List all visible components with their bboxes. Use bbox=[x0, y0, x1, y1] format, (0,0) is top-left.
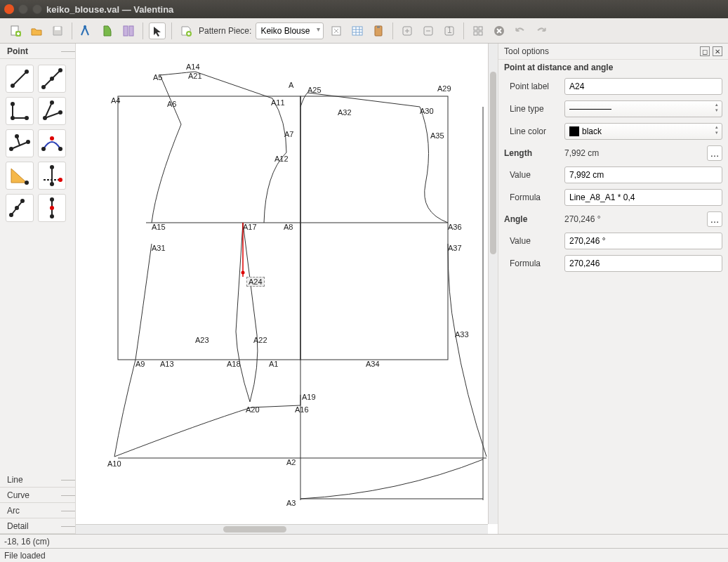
zoom-fit-button[interactable] bbox=[470, 22, 487, 39]
normal-tool[interactable] bbox=[6, 129, 34, 157]
segment-tool[interactable] bbox=[6, 65, 34, 93]
angle-expand-button[interactable]: … bbox=[707, 211, 722, 227]
shoulder-tool[interactable] bbox=[38, 129, 66, 157]
layout-mode-button[interactable] bbox=[120, 22, 137, 39]
point-label-A24[interactable]: A24 bbox=[246, 277, 265, 287]
point-label-A37[interactable]: A37 bbox=[448, 244, 462, 252]
point-label-A17[interactable]: A17 bbox=[243, 223, 257, 231]
angle-bisector-tool[interactable] bbox=[38, 97, 66, 125]
svg-rect-72 bbox=[300, 96, 448, 360]
minimize-icon[interactable] bbox=[18, 4, 28, 14]
point-label-A30[interactable]: A30 bbox=[420, 107, 434, 115]
stop-button[interactable] bbox=[491, 22, 508, 39]
point-label-A10[interactable]: A10 bbox=[107, 459, 121, 468]
point-label-A36[interactable]: A36 bbox=[448, 223, 462, 231]
redo-button[interactable] bbox=[533, 22, 550, 39]
tab-curve[interactable]: Curve bbox=[0, 488, 75, 503]
svg-point-36 bbox=[41, 85, 46, 89]
point-label-A4[interactable]: A4 bbox=[111, 96, 120, 105]
zoom-out-button[interactable] bbox=[420, 22, 437, 39]
draw-mode-button[interactable] bbox=[78, 22, 95, 39]
length-formula-input[interactable] bbox=[564, 189, 722, 206]
tool-name: Point at distance and angle bbox=[498, 59, 728, 75]
intersection-tool[interactable] bbox=[38, 162, 66, 190]
triangle-tool[interactable] bbox=[6, 162, 34, 190]
point-label-A29[interactable]: A29 bbox=[437, 84, 451, 93]
new-pattern-piece-button[interactable] bbox=[178, 22, 194, 39]
point-label-A23[interactable]: A23 bbox=[195, 336, 209, 344]
point-label-A18[interactable]: A18 bbox=[227, 360, 241, 368]
angle-display: 270,246 ° bbox=[564, 214, 703, 224]
angle-value-input[interactable] bbox=[564, 233, 722, 249]
svg-point-53 bbox=[15, 134, 19, 138]
zoom-original-button[interactable]: 1 bbox=[441, 22, 458, 39]
line-color-select[interactable]: black bbox=[564, 123, 722, 140]
point-label-A15[interactable]: A15 bbox=[152, 223, 166, 231]
length-expand-button[interactable]: … bbox=[707, 145, 722, 161]
point-label-A12[interactable]: A12 bbox=[274, 155, 289, 163]
point-label-A7[interactable]: A7 bbox=[284, 130, 293, 138]
along-line-tool[interactable] bbox=[38, 65, 66, 93]
svg-rect-6 bbox=[129, 26, 133, 36]
point-label-A5[interactable]: A5 bbox=[153, 73, 162, 81]
save-file-button[interactable] bbox=[49, 22, 66, 39]
point-label-A16[interactable]: A16 bbox=[295, 405, 309, 414]
point-label-A2[interactable]: A2 bbox=[286, 458, 296, 466]
svg-rect-27 bbox=[474, 32, 477, 35]
point-axis-tool[interactable] bbox=[38, 194, 66, 222]
tab-arc[interactable]: Arc bbox=[0, 503, 75, 518]
undo-button[interactable] bbox=[512, 22, 529, 39]
tab-detail[interactable]: Detail bbox=[0, 518, 75, 534]
point-label-A6[interactable]: A6 bbox=[167, 100, 176, 108]
point-label-A9[interactable]: A9 bbox=[135, 360, 145, 368]
point-label-A33[interactable]: A33 bbox=[455, 330, 469, 339]
pattern-piece-select[interactable]: Keiko Blouse bbox=[256, 22, 324, 39]
close-panel-icon[interactable]: ✕ bbox=[713, 46, 722, 56]
angle-formula-input[interactable] bbox=[564, 255, 722, 272]
history-button[interactable] bbox=[370, 22, 387, 39]
svg-point-56 bbox=[50, 136, 54, 140]
point-label-A19[interactable]: A19 bbox=[302, 393, 316, 401]
point-label-A25[interactable]: A25 bbox=[307, 86, 322, 94]
point-label-A3[interactable]: A3 bbox=[286, 499, 296, 507]
config-button[interactable] bbox=[328, 22, 345, 39]
detach-panel-icon[interactable]: ◻ bbox=[700, 46, 710, 56]
point-label-A8[interactable]: A8 bbox=[284, 223, 293, 231]
point-label-A11[interactable]: A11 bbox=[271, 98, 285, 107]
point-label-A34[interactable]: A34 bbox=[366, 360, 380, 368]
point-label-A35[interactable]: A35 bbox=[430, 131, 444, 140]
pattern-canvas[interactable]: A4A5A6A14A21AA25A11A7A12A32A30A29A35A26A… bbox=[76, 44, 498, 534]
perpendicular-tool[interactable] bbox=[6, 97, 34, 125]
point-label-A32[interactable]: A32 bbox=[338, 108, 352, 117]
point-label-A20[interactable]: A20 bbox=[246, 405, 260, 414]
length-value-input[interactable] bbox=[564, 166, 722, 183]
svg-rect-25 bbox=[474, 27, 477, 30]
svg-point-65 bbox=[15, 206, 19, 210]
point-label-A14[interactable]: A14 bbox=[186, 63, 200, 71]
point-label-input[interactable] bbox=[564, 78, 722, 95]
zoom-in-button[interactable] bbox=[399, 22, 416, 39]
point-label-A[interactable]: A bbox=[289, 81, 293, 89]
point-label-A13[interactable]: A13 bbox=[160, 360, 174, 368]
tool-panel: Point Line Curve Arc Detail bbox=[0, 44, 76, 534]
close-icon[interactable] bbox=[4, 4, 14, 14]
point-label-A31[interactable]: A31 bbox=[152, 244, 166, 252]
point-label-A1[interactable]: A1 bbox=[269, 360, 278, 368]
tab-line[interactable]: Line bbox=[0, 472, 75, 488]
open-file-button[interactable] bbox=[28, 22, 45, 39]
table-button[interactable] bbox=[349, 22, 366, 39]
tool-options-panel: Tool options ◻ ✕ Point at distance and a… bbox=[498, 44, 728, 534]
vertical-scrollbar[interactable] bbox=[488, 44, 498, 524]
point-segment-tool[interactable] bbox=[6, 194, 34, 222]
detail-mode-button[interactable] bbox=[99, 22, 116, 39]
maximize-icon[interactable] bbox=[32, 4, 42, 14]
horizontal-scrollbar[interactable] bbox=[76, 524, 488, 534]
point-label-A21[interactable]: A21 bbox=[188, 72, 202, 80]
line-type-select[interactable] bbox=[564, 100, 722, 117]
pointer-tool-button[interactable] bbox=[149, 22, 166, 39]
line-type-label: Line type bbox=[504, 104, 560, 114]
new-file-button[interactable] bbox=[7, 22, 24, 39]
point-label-A22[interactable]: A22 bbox=[253, 336, 267, 344]
tab-point[interactable]: Point bbox=[0, 44, 75, 59]
panel-title: Tool options bbox=[504, 46, 549, 56]
